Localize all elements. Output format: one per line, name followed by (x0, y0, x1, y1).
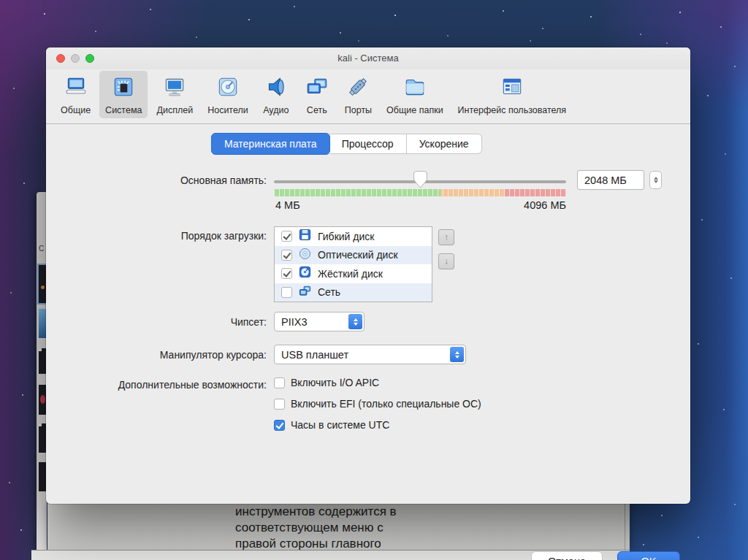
display-icon (162, 74, 187, 102)
floppy-checkbox[interactable] (281, 231, 292, 242)
optical-disc-icon (299, 248, 311, 263)
harddisk-checkbox[interactable] (281, 268, 292, 279)
tab-bar: Материнская плата Процессор Ускорение (212, 134, 482, 154)
toolbar-item-label: Дисплей (156, 105, 193, 115)
boot-row-floppy[interactable]: Гибкий диск (275, 227, 432, 246)
boot-row-optical[interactable]: Оптический диск (275, 246, 432, 265)
boot-order-label: Порядок загрузки: (68, 230, 267, 242)
pointing-device-value: USB планшет (281, 349, 348, 361)
hard-disk-icon (299, 266, 311, 281)
toolbar-item-label: Сеть (307, 105, 327, 115)
storage-icon (215, 74, 240, 102)
chipset-value: PIIX3 (281, 316, 307, 328)
toolbar-item-ports[interactable]: Порты (339, 71, 378, 118)
toolbar-item-label: Система (105, 105, 142, 115)
cancel-button[interactable]: Отмена (531, 551, 603, 560)
boot-item-label: Сеть (318, 286, 340, 298)
boot-order-list: Гибкий диск Оптический диск (274, 226, 432, 302)
select-arrows-icon (450, 347, 464, 362)
toolbar-item-network[interactable]: Сеть (298, 71, 336, 118)
toolbar-item-label: Порты (345, 105, 372, 115)
arrow-down-icon: ↓ (444, 257, 449, 266)
toolbar-item-general[interactable]: Общие (55, 71, 96, 118)
pointing-device-select[interactable]: USB планшет (274, 345, 466, 364)
io-apic-checkbox[interactable] (274, 377, 285, 388)
user-interface-icon (500, 74, 524, 102)
toolbar-item-system[interactable]: Система (99, 71, 148, 118)
chipset-select[interactable]: PIIX3 (274, 312, 365, 331)
window-title: kali - Система (46, 53, 690, 64)
feature-label: Включить I/O APIC (291, 377, 379, 388)
feature-label: Включить EFI (только специальные ОС) (291, 398, 481, 410)
background-window-label: С (39, 245, 44, 253)
ports-icon (346, 74, 370, 102)
toolbar-item-label: Носители (207, 105, 248, 115)
toolbar-item-user-interface[interactable]: Интерфейс пользователя (452, 71, 572, 118)
system-icon (111, 74, 136, 102)
toolbar-item-display[interactable]: Дисплей (150, 71, 199, 118)
select-arrows-icon (348, 314, 362, 329)
boot-row-network[interactable]: Сеть (275, 283, 432, 302)
network-small-icon (299, 285, 311, 300)
background-text-line: правой стороны главного (235, 536, 397, 550)
scrollbar[interactable] (625, 502, 625, 550)
feature-efi[interactable]: Включить EFI (только специальные ОС) (274, 398, 481, 410)
memory-slider-handle[interactable] (413, 170, 428, 191)
settings-toolbar: Общие Система Дисплей (46, 69, 690, 124)
background-window-left: С (37, 192, 47, 550)
background-text-line: соответствующем меню с (235, 520, 397, 536)
utc-clock-checkbox[interactable] (274, 420, 285, 431)
motherboard-pane: Материнская плата Процессор Ускорение Ос… (46, 125, 690, 504)
memory-stepper[interactable] (649, 171, 662, 189)
background-window-bottom: инструментов содержится в соответствующе… (47, 502, 630, 550)
network-icon (305, 74, 329, 102)
boot-item-label: Гибкий диск (318, 231, 374, 242)
arrow-up-icon: ↑ (444, 233, 449, 242)
pointing-device-label: Манипулятор курсора: (68, 349, 267, 361)
background-text: инструментов содержится в соответствующе… (235, 504, 397, 550)
floppy-icon (299, 229, 311, 244)
memory-scale (274, 189, 566, 196)
shared-folders-icon (402, 74, 427, 102)
boot-row-harddisk[interactable]: Жёсткий диск (275, 264, 432, 283)
settings-dialog: kali - Система Общие Система (46, 47, 690, 504)
title-bar[interactable]: kali - Система (46, 47, 690, 69)
optical-checkbox[interactable] (281, 250, 292, 261)
feature-label: Часы в системе UTC (291, 419, 389, 431)
memory-max-label: 4096 МБ (274, 199, 566, 211)
boot-item-label: Жёсткий диск (318, 268, 383, 280)
efi-checkbox[interactable] (274, 399, 285, 410)
toolbar-item-label: Аудио (263, 105, 289, 115)
boot-move-up-button[interactable]: ↑ (438, 229, 454, 245)
feature-utc-clock[interactable]: Часы в системе UTC (274, 419, 389, 431)
tab-acceleration[interactable]: Ускорение (407, 134, 482, 154)
chipset-label: Чипсет: (68, 316, 267, 328)
audio-icon (264, 74, 289, 102)
stepper-up-icon (654, 177, 658, 180)
toolbar-item-storage[interactable]: Носители (202, 71, 254, 118)
extended-features-label: Дополнительные возможности: (68, 379, 267, 391)
boot-move-down-button[interactable]: ↓ (438, 253, 454, 269)
network-checkbox[interactable] (281, 287, 292, 298)
toolbar-item-audio[interactable]: Аудио (257, 71, 295, 118)
background-text-line: инструментов содержится в (235, 504, 397, 520)
tab-motherboard[interactable]: Материнская плата (211, 133, 330, 155)
tab-processor[interactable]: Процессор (329, 134, 407, 154)
stepper-down-icon (654, 180, 658, 183)
feature-io-apic[interactable]: Включить I/O APIC (274, 377, 379, 388)
toolbar-item-label: Общие (61, 105, 91, 115)
boot-item-label: Оптический диск (318, 249, 398, 261)
star-field (0, 0, 1, 1)
base-memory-label: Основная память: (68, 174, 267, 186)
general-icon (64, 74, 88, 102)
ok-button[interactable]: OK (617, 551, 680, 560)
toolbar-item-label: Общие папки (386, 105, 443, 115)
toolbar-item-label: Интерфейс пользователя (458, 105, 566, 115)
toolbar-item-shared-folders[interactable]: Общие папки (381, 71, 449, 118)
memory-value-field[interactable]: 2048 МБ (577, 170, 644, 190)
